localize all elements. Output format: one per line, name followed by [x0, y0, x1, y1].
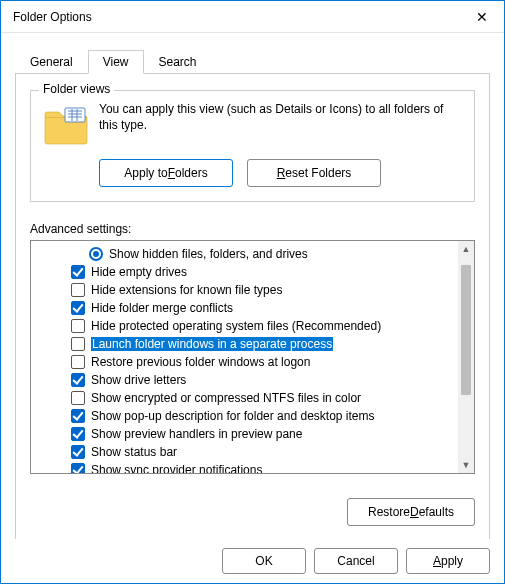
- tab-general-label: General: [30, 55, 73, 69]
- list-item[interactable]: Hide extensions for known file types: [31, 281, 458, 299]
- checkbox-icon[interactable]: [71, 409, 85, 423]
- list-item-label: Show preview handlers in preview pane: [91, 427, 302, 441]
- list-item[interactable]: Show drive letters: [31, 371, 458, 389]
- cancel-button[interactable]: Cancel: [314, 548, 398, 574]
- restore-defaults-button[interactable]: Restore Defaults: [347, 498, 475, 526]
- list-item-label: Show hidden files, folders, and drives: [109, 247, 308, 261]
- tab-search-label: Search: [159, 55, 197, 69]
- list-item[interactable]: Show preview handlers in preview pane: [31, 425, 458, 443]
- list-item-label: Show sync provider notifications: [91, 463, 262, 474]
- ok-button[interactable]: OK: [222, 548, 306, 574]
- advanced-settings-list[interactable]: Show hidden files, folders, and drivesHi…: [30, 240, 475, 474]
- folder-views-desc: You can apply this view (such as Details…: [99, 101, 462, 149]
- list-item-label: Hide empty drives: [91, 265, 187, 279]
- list-item-label: Hide protected operating system files (R…: [91, 319, 381, 333]
- tab-general[interactable]: General: [15, 50, 88, 74]
- tab-view[interactable]: View: [88, 50, 144, 74]
- dialog-button-bar: OK Cancel Apply: [1, 539, 504, 583]
- list-item-label: Show pop-up description for folder and d…: [91, 409, 375, 423]
- list-item[interactable]: Launch folder windows in a separate proc…: [31, 335, 458, 353]
- list-item-label: Show encrypted or compressed NTFS files …: [91, 391, 361, 405]
- list-item[interactable]: Show sync provider notifications: [31, 461, 458, 474]
- close-icon: ✕: [476, 9, 488, 25]
- list-item[interactable]: Show hidden files, folders, and drives: [31, 245, 458, 263]
- list-item[interactable]: Show encrypted or compressed NTFS files …: [31, 389, 458, 407]
- folder-icon: [43, 103, 89, 149]
- svg-rect-0: [65, 108, 85, 122]
- reset-folders-button[interactable]: Reset Folders: [247, 159, 381, 187]
- checkbox-icon[interactable]: [71, 265, 85, 279]
- list-item[interactable]: Show pop-up description for folder and d…: [31, 407, 458, 425]
- list-item[interactable]: Hide folder merge conflicts: [31, 299, 458, 317]
- checkbox-icon[interactable]: [71, 283, 85, 297]
- radio-icon[interactable]: [89, 247, 103, 261]
- list-item-label: Hide folder merge conflicts: [91, 301, 233, 315]
- titlebar: Folder Options ✕: [1, 1, 504, 33]
- folder-views-group: Folder views You can apply this view (su…: [30, 90, 475, 202]
- list-item[interactable]: Restore previous folder windows at logon: [31, 353, 458, 371]
- list-item-label: Launch folder windows in a separate proc…: [91, 337, 333, 351]
- checkbox-icon[interactable]: [71, 337, 85, 351]
- list-item[interactable]: Hide empty drives: [31, 263, 458, 281]
- list-item-label: Restore previous folder windows at logon: [91, 355, 310, 369]
- close-button[interactable]: ✕: [460, 1, 504, 32]
- list-item-label: Hide extensions for known file types: [91, 283, 282, 297]
- list-item-label: Show drive letters: [91, 373, 186, 387]
- apply-button[interactable]: Apply: [406, 548, 490, 574]
- window-title: Folder Options: [13, 10, 460, 24]
- checkbox-icon[interactable]: [71, 373, 85, 387]
- checkbox-icon[interactable]: [71, 319, 85, 333]
- list-item[interactable]: Show status bar: [31, 443, 458, 461]
- checkbox-icon[interactable]: [71, 301, 85, 315]
- tab-panel-view: Folder views You can apply this view (su…: [15, 74, 490, 552]
- list-item-label: Show status bar: [91, 445, 177, 459]
- checkbox-icon[interactable]: [71, 445, 85, 459]
- scrollbar[interactable]: ▲ ▼: [458, 241, 474, 473]
- checkbox-icon[interactable]: [71, 391, 85, 405]
- scroll-down-icon[interactable]: ▼: [458, 457, 474, 473]
- tab-strip: General View Search: [15, 49, 490, 74]
- checkbox-icon[interactable]: [71, 463, 85, 474]
- advanced-settings-label: Advanced settings:: [30, 222, 475, 236]
- folder-views-legend: Folder views: [39, 82, 114, 96]
- checkbox-icon[interactable]: [71, 427, 85, 441]
- list-item[interactable]: Hide protected operating system files (R…: [31, 317, 458, 335]
- checkbox-icon[interactable]: [71, 355, 85, 369]
- tab-view-label: View: [103, 55, 129, 69]
- scroll-thumb[interactable]: [461, 265, 471, 395]
- apply-to-folders-button[interactable]: Apply to Folders: [99, 159, 233, 187]
- tab-search[interactable]: Search: [144, 50, 212, 74]
- scroll-up-icon[interactable]: ▲: [458, 241, 474, 257]
